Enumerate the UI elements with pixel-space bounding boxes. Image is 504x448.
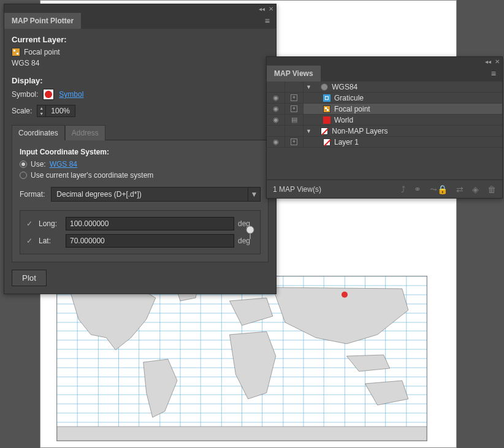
svg-point-38 [246,226,254,233]
scale-up-icon[interactable]: ▲ [37,105,45,111]
tree-label: World [334,116,353,124]
display-heading: Display: [12,76,269,85]
format-label: Format: [20,190,45,199]
use-crs-link[interactable]: WGS 84 [50,160,77,169]
expand-icon[interactable]: + [291,94,297,101]
expand-icon[interactable]: + [291,105,297,112]
tree-row-root[interactable]: ▼ WGS84 [267,82,502,93]
use-current-label: Use current layer's coordinate system [31,171,153,180]
use-label: Use: [31,160,46,169]
world-icon [323,116,330,124]
swap-icon[interactable]: ⇄ [456,184,464,194]
layer-icon [323,105,330,113]
world-map[interactable] [56,276,427,441]
tree-label: WGS84 [332,83,357,91]
visibility-toggle[interactable]: ◉ [267,137,285,147]
focal-point-marker [342,292,348,298]
layers-icon[interactable]: ◈ [472,184,479,194]
nonmap-icon [323,139,330,146]
plotter-titlebar[interactable]: ◂◂ ✕ [4,4,276,13]
tree-row[interactable]: ◉ + Graticule [267,93,502,104]
lat-label: Lat: [39,237,62,245]
map-views-panel: ◂◂ ✕ MAP Views ≡ ▼ WGS84 ◉ + Graticule ◉… [266,56,503,199]
tree-label: Non-MAP Layers [332,127,388,135]
pin-icon[interactable] [245,226,255,239]
symbol-link[interactable]: Symbol [59,90,83,99]
list-icon[interactable]: ▤ [285,115,304,125]
scale-down-icon[interactable]: ▼ [37,111,45,116]
plot-button[interactable]: Plot [12,270,47,286]
tree-label: Graticule [334,94,364,102]
expand-icon[interactable]: + [291,139,297,145]
check-icon: ✓ [26,219,35,228]
views-status: 1 MAP View(s) [273,185,321,194]
format-combo[interactable]: Decimal degrees (D+[.d*]) ▼ [51,187,261,202]
radio-use[interactable] [20,161,27,168]
lock-icon[interactable]: ⤳🔒 [430,184,448,194]
globe-icon [321,83,328,91]
symbol-label: Symbol: [12,90,38,99]
link-icon[interactable]: ⚭ [414,184,421,194]
tree-label: Focal point [334,105,370,113]
scale-stepper[interactable]: ▲ ▼ 100% [37,105,75,117]
panel-menu-icon[interactable]: ≡ [259,16,276,26]
current-layer-heading: Current Layer: [12,35,269,44]
tab-address[interactable]: Address [65,125,105,140]
latitude-input[interactable] [66,234,234,248]
tree-row[interactable]: ◉ + Layer 1 [267,137,502,148]
views-tab[interactable]: MAP Views [267,66,321,82]
input-cs-heading: Input Coordinate System: [20,148,261,156]
layer-name: Focal point [24,48,60,56]
collapse-icon[interactable]: ◂◂ [259,6,265,12]
tree-row-nonmap[interactable]: ▼ Non-MAP Layers [267,126,502,137]
tree-row[interactable]: ◉ ▤ World [267,115,502,126]
views-tree[interactable]: ▼ WGS84 ◉ + Graticule ◉ + Focal point ◉ … [267,82,502,180]
tab-coordinates[interactable]: Coordinates [12,125,65,140]
views-titlebar[interactable]: ◂◂ ✕ [267,57,502,66]
nonmap-icon [321,127,328,135]
tree-label: Layer 1 [334,138,359,146]
trash-icon[interactable]: 🗑 [487,184,496,194]
symbol-swatch[interactable] [43,89,54,100]
upload-icon[interactable]: ⤴ [401,184,405,194]
close-icon[interactable]: ✕ [269,6,273,12]
visibility-toggle[interactable]: ◉ [267,104,285,114]
format-value: Decimal degrees (D+[.d*]) [52,188,248,201]
longitude-input[interactable] [66,217,234,230]
check-icon: ✓ [26,237,35,245]
close-icon[interactable]: ✕ [495,58,500,65]
plotter-tab[interactable]: MAP Point Plotter [4,13,81,29]
scale-label: Scale: [12,107,32,115]
caret-down-icon[interactable]: ▼ [306,128,311,134]
radio-current-layer[interactable] [20,172,27,179]
crs-label: WGS 84 [12,59,269,67]
map-point-plotter-panel: ◂◂ ✕ MAP Point Plotter ≡ Current Layer: … [4,4,277,294]
visibility-toggle[interactable]: ◉ [267,115,285,125]
tree-row[interactable]: ◉ + Focal point [267,104,502,115]
caret-down-icon[interactable]: ▼ [306,84,311,90]
chevron-down-icon[interactable]: ▼ [248,188,260,201]
scale-value[interactable]: 100% [46,105,75,116]
layer-icon [12,48,20,56]
panel-menu-icon[interactable]: ≡ [485,69,502,78]
graticule-icon [323,94,330,102]
visibility-toggle[interactable]: ◉ [267,93,285,103]
collapse-icon[interactable]: ◂◂ [485,58,491,65]
long-label: Long: [39,219,62,228]
